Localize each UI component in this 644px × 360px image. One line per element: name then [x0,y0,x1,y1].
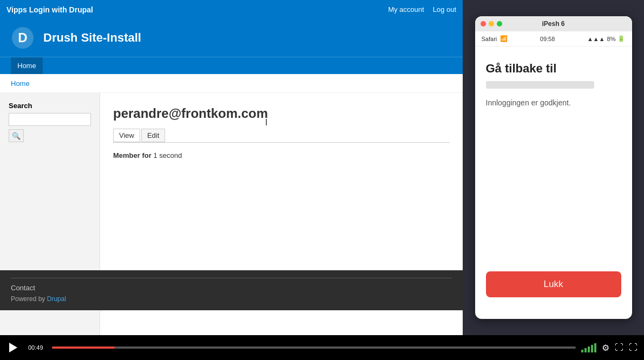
tab-edit[interactable]: Edit [141,129,165,142]
bar-5 [594,343,596,352]
mobile-success-text: Innloggingen er godkjent. [486,98,621,107]
member-label: Member for [113,151,152,159]
video-wrapper: Vipps Login with Drupal My account Log o… [0,0,644,360]
search-button[interactable]: 🔍 [9,129,24,142]
mobile-content: Gå tilbake til Innloggingen er godkjent.… [475,46,632,319]
progress-fill [52,346,115,349]
user-tabs: View Edit [113,129,450,143]
maximize-window-btn[interactable] [497,21,502,26]
page-title: Vipps Login with Drupal [6,5,93,14]
timestamp: 00:49 [25,343,47,352]
play-icon [9,343,17,352]
mobile-url-blurred [486,81,594,89]
bar-1 [581,350,583,352]
mobile-panel: iPesh 6 Safari 📶 09:58 ▲▲▲ 8% 🔋 Gå tilba… [463,0,644,335]
drupal-nav: Home [0,57,463,74]
search-input[interactable] [9,113,91,126]
breadcrumb-home[interactable]: Home [11,79,30,88]
mobile-spacer [486,118,621,271]
minimize-window-btn[interactable] [489,21,494,26]
bar-3 [588,346,590,352]
member-info: Member for 1 second [113,151,450,159]
lukk-button[interactable]: Lukk [486,271,621,297]
user-email: perandre@frontkom.com [113,106,450,121]
site-name: Drush Site-Install [43,31,141,45]
member-duration: 1 second [153,151,182,159]
browser-content: Vipps Login with Drupal My account Log o… [0,0,463,335]
status-left: Safari 📶 [482,35,508,42]
settings-icon[interactable]: ⛶ [615,343,623,352]
status-right: ▲▲▲ 8% 🔋 [587,35,626,42]
progress-bar[interactable] [52,346,576,349]
play-button[interactable] [6,341,19,354]
svg-text:D: D [18,30,27,45]
drupal-logo-icon: D [11,26,35,50]
signal-bars [581,343,596,352]
footer-divider [11,278,452,278]
window-buttons [481,21,502,26]
drupal-footer: Contact Powered by Drupal [0,270,463,310]
footer-contact[interactable]: Contact [11,284,452,292]
bar-2 [584,348,587,352]
drupal-header: D Drush Site-Install [0,19,463,57]
mobile-heading: Gå tilbake til [486,62,621,76]
signal-icon: ▲▲▲ [587,36,605,42]
drupal-topbar: Vipps Login with Drupal My account Log o… [0,0,463,19]
volume-icon[interactable]: ⚙ [602,343,609,353]
video-controls: 00:49 ⚙ ⛶ ⛶ [0,335,644,360]
footer-powered: Powered by Drupal [11,295,452,303]
status-time: 09:58 [540,36,555,42]
my-account-link[interactable]: My account [388,5,424,14]
breadcrumb: Home [0,74,463,93]
topbar-links: My account Log out [388,5,456,14]
browser-name: Safari [482,36,497,42]
wifi-icon: 📶 [500,35,508,42]
battery-level: 8% [607,36,616,42]
mobile-titlebar: iPesh 6 [475,16,632,31]
nav-item-home[interactable]: Home [11,57,43,74]
fullscreen-icon[interactable]: ⛶ [629,343,638,352]
search-label: Search [9,102,91,110]
mobile-title: iPesh 6 [542,20,564,28]
search-icon: 🔍 [12,132,21,140]
mobile-status-bar: Safari 📶 09:58 ▲▲▲ 8% 🔋 [475,31,632,46]
drupal-link[interactable]: Drupal [47,295,66,303]
battery-icon: 🔋 [617,35,625,42]
mobile-device: iPesh 6 Safari 📶 09:58 ▲▲▲ 8% 🔋 Gå tilba… [475,16,632,319]
logout-link[interactable]: Log out [433,5,456,14]
bar-4 [591,345,593,352]
tab-view[interactable]: View [113,129,140,142]
close-window-btn[interactable] [481,21,486,26]
